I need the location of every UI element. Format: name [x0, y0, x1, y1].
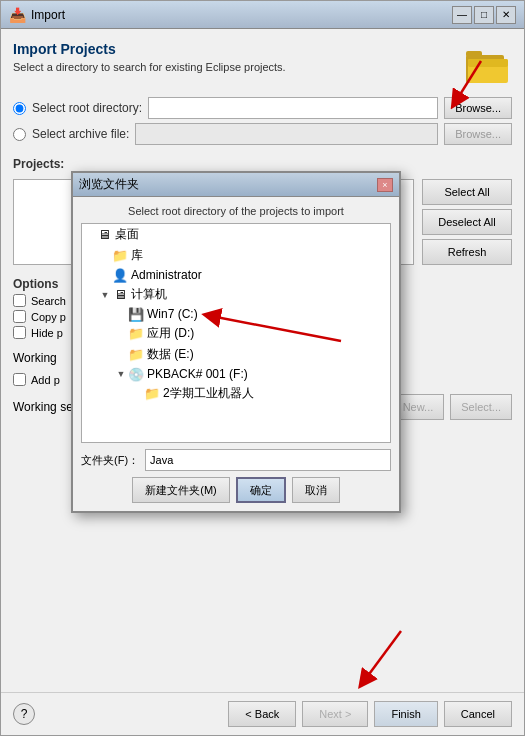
dialog-description: Select root directory of the projects to… [81, 205, 391, 217]
root-directory-input[interactable] [148, 97, 438, 119]
working-sets-label-text: Working [13, 351, 57, 365]
dialog-content: Select root directory of the projects to… [73, 197, 399, 511]
maximize-button[interactable]: □ [474, 6, 494, 24]
close-button[interactable]: ✕ [496, 6, 516, 24]
eclipse-icon [464, 41, 512, 89]
dialog-cancel-button[interactable]: 取消 [292, 477, 340, 503]
folder-tree[interactable]: 🖥桌面📁库👤Administrator▼🖥计算机💾Win7 (C:)📁应用 (D… [81, 223, 391, 443]
tree-item[interactable]: 📁2学期工业机器人 [82, 383, 390, 404]
header-section: Import Projects Select a directory to se… [13, 41, 512, 89]
folder-name-label: 文件夹(F)： [81, 453, 139, 468]
archive-file-input[interactable] [135, 123, 438, 145]
hide-checkbox[interactable] [13, 326, 26, 339]
browse-button-archive[interactable]: Browse... [444, 123, 512, 145]
browse-folder-dialog: 浏览文件夹 × Select root directory of the pro… [71, 171, 401, 513]
tree-item[interactable]: 🖥桌面 [82, 224, 390, 245]
add-working-sets-label: Add p [31, 374, 60, 386]
dialog-close-button[interactable]: × [377, 178, 393, 192]
dialog-title-bar: 浏览文件夹 × [73, 173, 399, 197]
dialog-button-row: 新建文件夹(M) 确定 取消 [81, 477, 391, 503]
search-label: Search [31, 295, 66, 307]
new-folder-button[interactable]: 新建文件夹(M) [132, 477, 230, 503]
next-button[interactable]: Next > [302, 701, 368, 727]
select-all-button[interactable]: Select All [422, 179, 512, 205]
bottom-bar: ? < Back Next > Finish Cancel [1, 692, 524, 735]
back-button[interactable]: < Back [228, 701, 296, 727]
minimize-button[interactable]: — [452, 6, 472, 24]
add-working-sets-checkbox[interactable] [13, 373, 26, 386]
tree-item[interactable]: ▼🖥计算机 [82, 284, 390, 305]
projects-label: Projects: [13, 157, 512, 171]
hide-label: Hide p [31, 327, 63, 339]
finish-button[interactable]: Finish [374, 701, 437, 727]
tree-item[interactable]: 📁库 [82, 245, 390, 266]
copy-checkbox[interactable] [13, 310, 26, 323]
folder-name-input[interactable] [145, 449, 391, 471]
tree-item[interactable]: 📁数据 (E:) [82, 344, 390, 365]
root-directory-row: Select root directory: Browse... [13, 97, 512, 119]
root-directory-radio[interactable] [13, 102, 26, 115]
page-description: Select a directory to search for existin… [13, 61, 454, 73]
cancel-button[interactable]: Cancel [444, 701, 512, 727]
browse-button-root[interactable]: Browse... [444, 97, 512, 119]
right-buttons: Select All Deselect All Refresh [422, 179, 512, 265]
search-checkbox[interactable] [13, 294, 26, 307]
dialog-title: 浏览文件夹 [79, 176, 377, 193]
tree-item[interactable]: 💾Win7 (C:) [82, 305, 390, 323]
page-title: Import Projects [13, 41, 454, 57]
main-window: 📥 Import — □ ✕ Import Projects Select a … [0, 0, 525, 736]
folder-name-row: 文件夹(F)： [81, 449, 391, 471]
deselect-all-button[interactable]: Deselect All [422, 209, 512, 235]
archive-file-radio[interactable] [13, 128, 26, 141]
refresh-button[interactable]: Refresh [422, 239, 512, 265]
svg-rect-1 [466, 51, 482, 57]
tree-item[interactable]: 📁应用 (D:) [82, 323, 390, 344]
title-bar: 📥 Import — □ ✕ [1, 1, 524, 29]
tree-item[interactable]: ▼💿PKBACK# 001 (F:) [82, 365, 390, 383]
svg-rect-3 [468, 59, 508, 67]
root-directory-label: Select root directory: [32, 101, 142, 115]
window-icon: 📥 [9, 7, 25, 23]
confirm-button[interactable]: 确定 [236, 477, 286, 503]
window-title: Import [31, 8, 452, 22]
title-bar-buttons: — □ ✕ [452, 6, 516, 24]
select-button[interactable]: Select... [450, 394, 512, 420]
copy-label: Copy p [31, 311, 66, 323]
archive-file-label: Select archive file: [32, 127, 129, 141]
radio-section: Select root directory: Browse... Select … [13, 97, 512, 145]
archive-file-row: Select archive file: Browse... [13, 123, 512, 145]
help-button[interactable]: ? [13, 703, 35, 725]
tree-item[interactable]: 👤Administrator [82, 266, 390, 284]
